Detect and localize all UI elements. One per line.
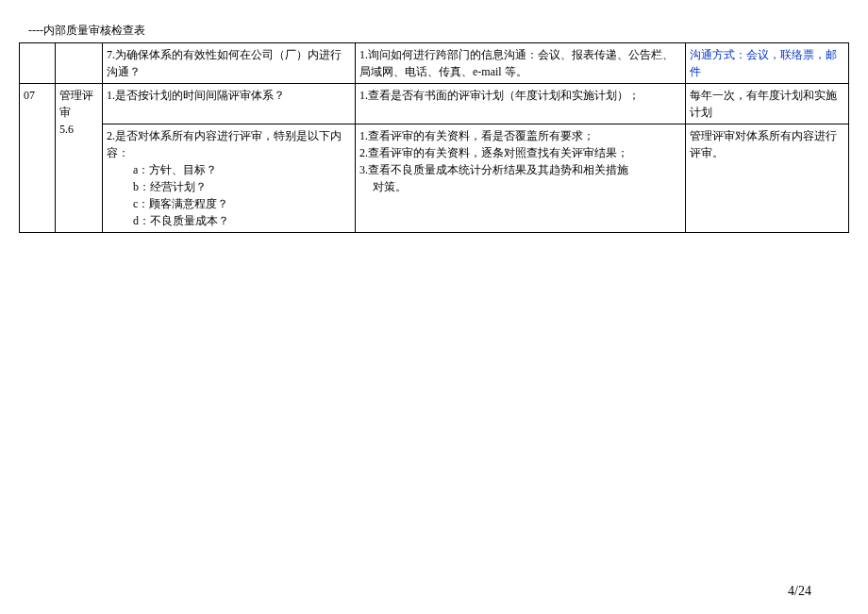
cell-question: 2.是否对体系所有内容进行评审，特别是以下内容： a：方针、目标？ b：经营计划… [103, 124, 356, 233]
cell-id: 07 [20, 84, 56, 233]
cat-line: 管理评 [59, 89, 93, 102]
cell-result: 每年一次，有年度计划和实施计划 [686, 84, 849, 124]
q-sub: b：经营计划？ [107, 178, 351, 195]
m-line: 1.查看评审的有关资料，看是否覆盖所有要求； [359, 129, 594, 142]
q-line: 2.是否对体系所有内容进行评审，特别是以下内容： [107, 129, 342, 159]
cell-id [20, 43, 56, 84]
cell-method: 1.询问如何进行跨部门的信息沟通：会议、报表传递、公告栏、局域网、电话、传真、e… [356, 43, 686, 84]
cell-method: 1.查看是否有书面的评审计划（年度计划和实施计划）； [356, 84, 686, 124]
audit-table: 7.为确保体系的有效性如何在公司（厂）内进行沟通？ 1.询问如何进行跨部门的信息… [19, 42, 849, 233]
m-line: 对策。 [359, 178, 681, 195]
cat-line: 5.6 [59, 123, 74, 136]
cell-question: 7.为确保体系的有效性如何在公司（厂）内进行沟通？ [103, 43, 356, 84]
cell-question: 1.是否按计划的时间间隔评审体系？ [103, 84, 356, 124]
page-title: ----内部质量审核检查表 [19, 23, 849, 39]
table-row: 07 管理评 审 5.6 1.是否按计划的时间间隔评审体系？ 1.查看是否有书面… [20, 84, 849, 124]
m-line: 3.查看不良质量成本统计分析结果及其趋势和相关措施 [359, 163, 628, 176]
cell-result: 管理评审对体系所有内容进行评审。 [686, 124, 849, 233]
q-sub: c：顾客满意程度？ [107, 195, 351, 212]
q-sub: d：不良质量成本？ [107, 212, 351, 229]
cell-cat [56, 43, 103, 84]
cell-cat: 管理评 审 5.6 [56, 84, 103, 233]
table-row: 2.是否对体系所有内容进行评审，特别是以下内容： a：方针、目标？ b：经营计划… [20, 124, 849, 233]
m-line: 2.查看评审的有关资料，逐条对照查找有关评审结果； [359, 146, 628, 159]
cell-result: 沟通方式：会议，联络票，邮件 [686, 43, 849, 84]
cat-line: 审 [59, 106, 71, 119]
page-number: 4/24 [788, 584, 811, 599]
table-row: 7.为确保体系的有效性如何在公司（厂）内进行沟通？ 1.询问如何进行跨部门的信息… [20, 43, 849, 84]
cell-method: 1.查看评审的有关资料，看是否覆盖所有要求； 2.查看评审的有关资料，逐条对照查… [356, 124, 686, 233]
q-sub: a：方针、目标？ [107, 161, 351, 178]
